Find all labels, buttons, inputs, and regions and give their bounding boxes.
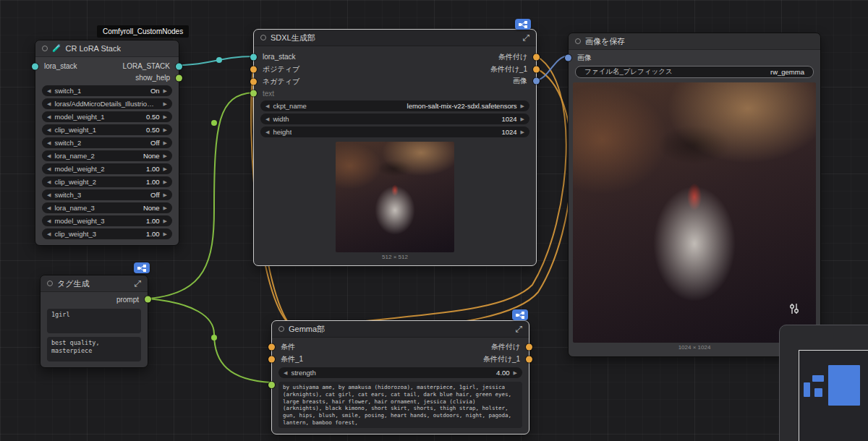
reroute-dot[interactable] [211, 335, 217, 341]
decrement-arrow-icon[interactable]: ◀ [47, 166, 51, 171]
widget-row[interactable]: ◀ switch_3 Off ▶ [42, 189, 172, 200]
decrement-arrow-icon[interactable]: ◀ [265, 129, 269, 134]
increment-arrow-icon[interactable]: ▶ [521, 129, 524, 134]
widget-row[interactable]: ◀ height 1024 ▶ [260, 127, 529, 137]
output-port-prompt[interactable] [145, 296, 151, 303]
settings-slider-icon[interactable] [787, 301, 801, 316]
output-port-lora-stack[interactable] [176, 63, 182, 69]
filename-prefix-widget[interactable]: ファイル名_プレフィックス rw_gemma [575, 66, 814, 78]
widget-value: 1024 [501, 128, 516, 136]
output-port-conditioning-1[interactable] [533, 66, 540, 72]
input-port-text[interactable] [250, 90, 257, 97]
decrement-arrow-icon[interactable]: ◀ [47, 179, 51, 184]
decrement-arrow-icon[interactable]: ◀ [47, 231, 51, 236]
increment-arrow-icon[interactable]: ▶ [521, 103, 524, 108]
increment-arrow-icon[interactable]: ▶ [163, 166, 167, 171]
collapse-dot-icon[interactable] [278, 326, 284, 332]
input-port-lora-stack[interactable] [250, 53, 257, 60]
decrement-arrow-icon[interactable]: ◀ [47, 205, 51, 210]
expand-icon[interactable]: ⤢ [134, 279, 141, 288]
collapse-dot-icon[interactable] [575, 38, 581, 44]
input-port-positive[interactable] [250, 66, 257, 72]
widget-row[interactable]: ◀ model_weight_1 0.50 ▶ [42, 111, 172, 122]
decrement-arrow-icon[interactable]: ◀ [47, 192, 51, 197]
increment-arrow-icon[interactable]: ▶ [163, 101, 167, 106]
input-port-image[interactable] [565, 55, 571, 61]
increment-arrow-icon[interactable]: ▶ [163, 140, 167, 145]
node-graph-canvas[interactable]: { "colors": { "wire_teal": "#53c7c4", "w… [0, 0, 868, 441]
node-header[interactable]: Gemma部 ⤢ [272, 321, 529, 338]
text-widget[interactable]: 1girl [47, 309, 141, 333]
widget-row[interactable]: ◀ switch_2 Off ▶ [42, 137, 172, 148]
increment-arrow-icon[interactable]: ▶ [163, 218, 167, 223]
node-header[interactable]: SDXL生成部 ⤢ [254, 30, 536, 46]
input-label: 画像 [577, 53, 592, 63]
widget-row[interactable]: ◀ ckpt_name lemon-salt-mix-v22-sdxl.safe… [260, 100, 529, 111]
increment-arrow-icon[interactable]: ▶ [163, 231, 167, 236]
expand-icon[interactable]: ⤢ [522, 33, 529, 42]
decrement-arrow-icon[interactable]: ◀ [47, 218, 51, 223]
widget-row[interactable]: ◀ model_weight_2 1.00 ▶ [42, 163, 172, 174]
node-tag-generator[interactable]: タグ生成 ⤢ prompt 1girl best quality, master… [40, 275, 148, 368]
output-port-conditioning[interactable] [533, 53, 540, 60]
output-port-conditioning-1[interactable] [526, 356, 532, 362]
output-port-show-help[interactable] [176, 74, 182, 81]
increment-arrow-icon[interactable]: ▶ [521, 116, 524, 121]
expand-icon[interactable]: ⤢ [515, 325, 522, 333]
increment-arrow-icon[interactable]: ▶ [163, 192, 167, 197]
increment-arrow-icon[interactable]: ▶ [163, 88, 167, 93]
widget-value: rw_gemma [770, 68, 804, 76]
widget-row[interactable]: ◀ clip_weight_1 0.50 ▶ [42, 124, 172, 135]
node-sdxl-generator[interactable]: SDXL生成部 ⤢ lora_stack ポジティブ ネガティブ text 条件… [253, 29, 537, 266]
widget-row[interactable]: ◀ clip_weight_2 1.00 ▶ [42, 176, 172, 187]
decrement-arrow-icon[interactable]: ◀ [265, 116, 269, 121]
decrement-arrow-icon[interactable]: ◀ [47, 88, 51, 93]
increment-arrow-icon[interactable]: ▶ [163, 205, 167, 210]
widget-value: None [143, 204, 160, 212]
input-port-negative[interactable] [250, 78, 257, 85]
decrement-arrow-icon[interactable]: ◀ [47, 140, 51, 145]
reroute-dot[interactable] [211, 120, 217, 126]
node-header[interactable]: 画像を保存 [569, 33, 820, 50]
increment-arrow-icon[interactable]: ▶ [163, 179, 167, 184]
widget-row[interactable]: ◀ width 1024 ▶ [260, 114, 529, 124]
widget-row[interactable]: ◀ switch_1 On ▶ [42, 85, 172, 96]
minimap-panel[interactable] [779, 325, 868, 441]
input-port-gemma-text[interactable] [268, 382, 275, 388]
decrement-arrow-icon[interactable]: ◀ [47, 153, 51, 158]
collapse-dot-icon[interactable] [260, 35, 266, 40]
node-cr-lora-stack[interactable]: 🧪 CR LoRA Stack lora_stack LORA_STACK sh… [35, 40, 179, 246]
decrement-arrow-icon[interactable]: ◀ [47, 114, 51, 119]
widget-row[interactable]: ◀ strength 4.00 ▶ [278, 367, 522, 378]
widget-label: strength [291, 369, 315, 377]
widget-row[interactable]: ◀ loras/AddMicroDetails_Illustrious ... … [42, 98, 172, 109]
decrement-arrow-icon[interactable]: ◀ [47, 127, 51, 132]
node-header[interactable]: タグ生成 ⤢ [41, 275, 148, 292]
reroute-dot[interactable] [216, 57, 222, 63]
minimap-viewport[interactable] [799, 350, 868, 441]
input-port-lora-stack[interactable] [32, 63, 38, 69]
decrement-arrow-icon[interactable]: ◀ [265, 103, 269, 108]
widget-row[interactable]: ◀ lora_name_2 None ▶ [42, 150, 172, 161]
widget-row[interactable]: ◀ model_weight_3 1.00 ▶ [42, 215, 172, 226]
input-port-cond-1[interactable] [268, 356, 275, 362]
text-widget[interactable]: best quality, masterpiece [47, 337, 141, 361]
wire-prompt-to-gemma [148, 299, 271, 382]
output-port-conditioning[interactable] [526, 343, 532, 350]
increment-arrow-icon[interactable]: ▶ [163, 127, 167, 132]
output-port-image[interactable] [533, 77, 540, 84]
text-widget[interactable]: by ushiyama ame, by amakusa (hidorozoa),… [278, 382, 522, 428]
node-header[interactable]: 🧪 CR LoRA Stack [35, 40, 179, 57]
input-port-cond[interactable] [268, 343, 275, 350]
node-save-image[interactable]: 画像を保存 画像 ファイル名_プレフィックス rw_gemma 1024 × 1… [568, 33, 821, 357]
decrement-arrow-icon[interactable]: ◀ [47, 101, 51, 106]
node-gemma[interactable]: Gemma部 ⤢ 条件 条件_1 条件付け 条件付け_1 ◀ strength … [271, 320, 529, 434]
increment-arrow-icon[interactable]: ▶ [163, 153, 167, 158]
increment-arrow-icon[interactable]: ▶ [514, 370, 517, 375]
collapse-dot-icon[interactable] [47, 281, 53, 286]
collapse-dot-icon[interactable] [42, 46, 48, 51]
widget-row[interactable]: ◀ lora_name_3 None ▶ [42, 202, 172, 213]
widget-row[interactable]: ◀ clip_weight_3 1.00 ▶ [42, 228, 172, 239]
decrement-arrow-icon[interactable]: ◀ [284, 370, 287, 375]
increment-arrow-icon[interactable]: ▶ [163, 114, 167, 119]
